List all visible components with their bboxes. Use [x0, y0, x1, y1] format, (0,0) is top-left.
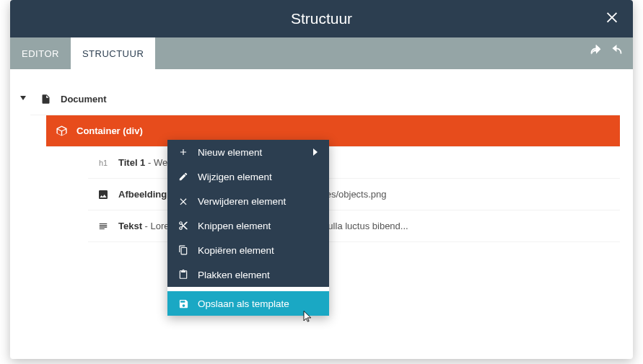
title-bar: Structuur — [10, 0, 633, 37]
menu-new-element[interactable]: Nieuw element — [167, 140, 329, 164]
tree-item-name: Tekst — [118, 221, 142, 231]
chevron-right-icon — [313, 147, 319, 158]
tree-item-name: Afbeelding — [118, 189, 167, 200]
undo-icon[interactable] — [588, 44, 604, 63]
tree-item-name: Titel 1 — [118, 157, 145, 168]
tab-bar-actions — [588, 37, 624, 69]
modal-title: Structuur — [10, 10, 633, 27]
tree-document-label: Document — [61, 94, 107, 105]
caret-icon[interactable] — [17, 84, 30, 115]
save-icon — [178, 298, 189, 309]
close-icon[interactable] — [604, 9, 620, 27]
redo-icon[interactable] — [608, 44, 624, 63]
menu-label: Wijzigen element — [198, 172, 272, 182]
tab-bar: EDITOR STRUCTUUR — [10, 37, 633, 69]
document-file-icon — [39, 93, 52, 105]
text-lines-icon — [97, 221, 110, 231]
tab-editor[interactable]: EDITOR — [10, 37, 71, 69]
menu-label: Plakken element — [198, 270, 270, 280]
x-icon — [178, 196, 189, 206]
clipboard-icon — [178, 270, 189, 280]
menu-label: Verwijderen element — [198, 196, 286, 207]
plus-icon — [178, 147, 189, 157]
tree-container-label: Container (div) — [76, 125, 143, 136]
tab-structuur[interactable]: STRUCTUUR — [71, 37, 155, 69]
menu-delete-element[interactable]: Verwijderen element — [167, 189, 329, 213]
h1-tag-label: h1 — [97, 159, 110, 167]
menu-copy-element[interactable]: Kopiëren element — [167, 238, 329, 262]
tree-row-document[interactable]: Document — [17, 84, 620, 115]
scissors-icon — [178, 221, 189, 231]
tab-structuur-label: STRUCTUUR — [82, 48, 144, 59]
pencil-icon — [178, 172, 189, 182]
context-menu: Nieuw element Wijzigen element Verwijder… — [167, 140, 329, 316]
image-icon — [97, 189, 110, 200]
tab-editor-label: EDITOR — [22, 48, 59, 59]
menu-label: Nieuw element — [198, 147, 262, 158]
menu-save-template[interactable]: Opslaan als template — [167, 291, 329, 316]
caret-icon[interactable] — [17, 115, 32, 147]
menu-label: Knippen element — [198, 221, 271, 231]
menu-label: Opslaan als template — [198, 298, 289, 309]
menu-paste-element[interactable]: Plakken element — [167, 262, 329, 287]
modal-window: Structuur EDITOR STRUCTUUR — [10, 0, 633, 359]
menu-label: Kopiëren element — [198, 245, 274, 256]
copy-icon — [178, 245, 189, 255]
menu-edit-element[interactable]: Wijzigen element — [167, 164, 329, 189]
box-icon — [55, 125, 68, 137]
menu-cut-element[interactable]: Knippen element — [167, 213, 329, 238]
